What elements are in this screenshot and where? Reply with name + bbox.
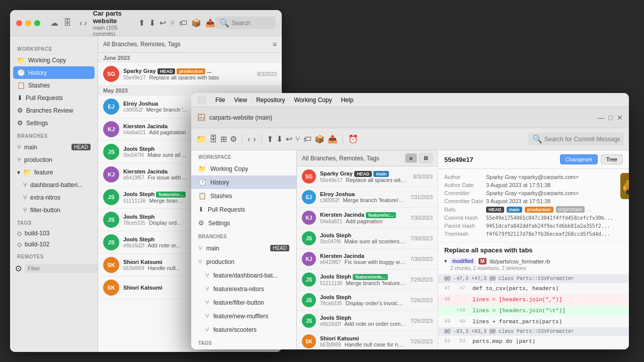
ot-merge[interactable]: ↩ — [286, 134, 292, 144]
oc-row-2[interactable]: KJ Kiersten Jacinda feature/sc... 54a6a6… — [297, 208, 438, 228]
oc-row-7[interactable]: JS Jools Steph e6b16d2f Add note on orde… — [297, 311, 438, 331]
ot-tag[interactable]: 🏷 — [303, 135, 311, 144]
ot-branch[interactable]: ⑂ — [295, 135, 300, 144]
back-arrow[interactable]: ‹ — [79, 19, 82, 28]
pull-requests-icon: ⬇ — [17, 94, 23, 102]
filter-input[interactable] — [25, 264, 98, 273]
unstash-icon[interactable]: 📤 — [205, 18, 215, 28]
push-icon[interactable]: ⬇ — [149, 18, 155, 28]
dm-branch-mufflers-icon: ⑂ — [205, 312, 209, 320]
sidebar-branch-filter[interactable]: ⑂ filter-button — [10, 204, 98, 216]
avatar-8: SK — [103, 257, 119, 273]
detail-file-row[interactable]: ▾ modified M lib/parts/csv_formatter.rb — [444, 258, 623, 264]
ot-fetch-icon[interactable]: ⊞ — [220, 134, 227, 144]
maximize-button[interactable] — [34, 20, 40, 26]
avatar-2: KJ — [103, 121, 119, 137]
file-type-badge: M — [478, 258, 487, 264]
oc-info-8: Shiori Katsumi b63bf869 Handle null case… — [320, 335, 407, 347]
ot-search-input[interactable] — [544, 136, 620, 143]
dm-branch-main-icon: ⑂ — [198, 244, 202, 252]
oc-row-6[interactable]: JS Jools Steph 78ceb335 Display order's … — [297, 290, 438, 311]
ot-settings-icon[interactable]: ⚙ — [230, 134, 237, 144]
dm-settings[interactable]: ⚙ Settings — [191, 216, 296, 230]
pull-icon[interactable]: ↩ — [159, 18, 166, 28]
changeset-button[interactable]: Changeset — [560, 154, 598, 164]
sidebar-item-history[interactable]: 🕐 History — [13, 66, 95, 79]
ot-back-icon[interactable]: 📁 — [196, 134, 206, 144]
oc-info-3: Jools Steph 5bc047f4 Make sure all scoot… — [320, 232, 407, 244]
filter-options-icon[interactable]: ≡ — [273, 40, 277, 48]
minimize-button[interactable] — [25, 20, 31, 26]
feature-tag: feature/or... — [156, 192, 186, 198]
sidebar-branch-dashboard[interactable]: ⑂ dashboard-batteri... — [10, 178, 98, 191]
dm-branch-extra[interactable]: ⑂ feature/extra-nitors — [191, 282, 296, 296]
tag-icon[interactable]: 🏷 — [179, 19, 187, 28]
ot-push[interactable]: ⬆ — [267, 134, 273, 144]
sidebar-item-pull-requests[interactable]: ⬇ Pull Requests — [10, 92, 98, 104]
server-icon[interactable]: 🗄 — [63, 18, 71, 28]
menu-view[interactable]: View — [230, 96, 251, 105]
tag-build-102[interactable]: ◇ build-102 — [10, 239, 98, 250]
oc-info-0: Sparky Gray HEAD main 55e49e17 Replace a… — [320, 170, 409, 183]
dm-working-copy[interactable]: 📁 Working Copy — [191, 162, 296, 175]
view-grid-btn[interactable]: ⊞ — [419, 153, 433, 163]
sidebar-item-settings[interactable]: ⚙ Settings — [10, 117, 98, 129]
avatar-9: SK — [103, 280, 119, 296]
tree-button[interactable]: Tree — [601, 154, 623, 164]
dm-branch-scooters[interactable]: ⑂ feature/scooters — [191, 323, 296, 336]
menu-working-copy[interactable]: Working Copy — [290, 96, 336, 105]
sidebar-item-working-copy[interactable]: 📁 Working Copy — [10, 54, 98, 66]
ot-time-icon[interactable]: ⏰ — [348, 134, 358, 144]
dm-branch-mufflers[interactable]: ⑂ feature/new-mufflers — [191, 309, 296, 323]
dm-branch-production[interactable]: ⑂ production — [191, 255, 296, 268]
tag-build-103[interactable]: ◇ build-103 — [10, 228, 98, 239]
ot-stash[interactable]: 📦 — [314, 134, 325, 144]
view-list-btn[interactable]: ≡ — [405, 153, 417, 163]
oc-row-0[interactable]: SG Sparky Gray HEAD main 55e49e17 Replac… — [297, 166, 438, 187]
menu-help[interactable]: Help — [337, 96, 358, 105]
sidebar-branch-extra-nitros[interactable]: ⑂ extra-nitros — [10, 191, 98, 204]
ot-unstash[interactable]: 📤 — [328, 134, 338, 144]
oc-row-1[interactable]: EJ Elroy Joshua c36f052f Merge branch 'f… — [297, 187, 438, 208]
fetch-icon[interactable]: ⬆ — [138, 18, 145, 28]
sidebar-item-stashes[interactable]: 📋 Stashes — [10, 79, 98, 92]
sidebar-branch-main[interactable]: ⑂ main HEAD — [10, 141, 98, 153]
oc-row-5[interactable]: JS Jools Steph feature/orde... 51211136 … — [297, 269, 438, 290]
sidebar-item-branches-review[interactable]: ⚙ Branches Review — [10, 104, 98, 117]
meta-parent-label: Parent Hash — [444, 222, 486, 230]
oc-date-5: 7/29/2023 — [411, 277, 433, 283]
ot-nav-back[interactable]: ‹ — [248, 135, 250, 144]
oc-row-8[interactable]: SK Shiori Katsumi b63bf869 Handle null c… — [297, 331, 438, 349]
win-close[interactable]: ✕ — [617, 114, 623, 122]
cloud-icon[interactable]: ☁ — [50, 18, 58, 28]
win-minimize[interactable]: — — [598, 114, 605, 122]
ot-history-icon[interactable]: 🗄 — [209, 135, 217, 144]
close-button[interactable] — [16, 20, 22, 26]
dm-history[interactable]: 🕐 History — [191, 175, 296, 189]
win-maximize[interactable]: □ — [609, 114, 613, 122]
dm-branch-dashboard[interactable]: ⑂ feature/dashboard-bat... — [191, 268, 296, 282]
forward-arrow[interactable]: › — [84, 19, 87, 28]
oc-row-4[interactable]: KJ Kiersten Jacinda e6419f67 Fix issue w… — [297, 249, 438, 269]
ot-pull[interactable]: ⬇ — [276, 134, 283, 144]
meta-committer-value: Sparky Gray <sparky@carparts.com> — [486, 189, 616, 197]
oc-date-1: 7/31/2023 — [411, 195, 433, 200]
dm-pull-requests[interactable]: ⬇ Pull Requests — [191, 203, 296, 216]
meta-committer-date-row: Committer Date 3 August 2023 at 17:51:38 — [444, 197, 616, 205]
commit-row-0[interactable]: SG Sparky Gray HEAD production ... 55e49… — [98, 63, 282, 85]
oc-author-4: Kiersten Jacinda — [320, 253, 407, 259]
oc-author-6: Jools Steph — [320, 294, 407, 300]
dm-stashes[interactable]: 📋 Stashes — [191, 189, 296, 203]
oc-author-8: Shiori Katsumi — [320, 335, 407, 341]
branch-icon[interactable]: ⑂ — [170, 19, 175, 28]
oc-row-3[interactable]: JS Jools Steph 5bc047f4 Make sure all sc… — [297, 228, 438, 249]
stash-icon[interactable]: 📦 — [191, 18, 201, 28]
dm-branch-main[interactable]: ⑂ main HEAD — [191, 241, 296, 255]
menu-file[interactable]: File — [211, 96, 229, 105]
search-input[interactable] — [231, 20, 272, 27]
sidebar-branch-feature[interactable]: ▾ 📁 feature — [10, 166, 98, 178]
ot-nav-fwd[interactable]: › — [253, 135, 256, 144]
menu-repository[interactable]: Repository — [252, 96, 289, 105]
sidebar-branch-production[interactable]: ⑂ production — [10, 153, 98, 166]
dm-branch-filter[interactable]: ⑂ feature/filter-button — [191, 296, 296, 309]
